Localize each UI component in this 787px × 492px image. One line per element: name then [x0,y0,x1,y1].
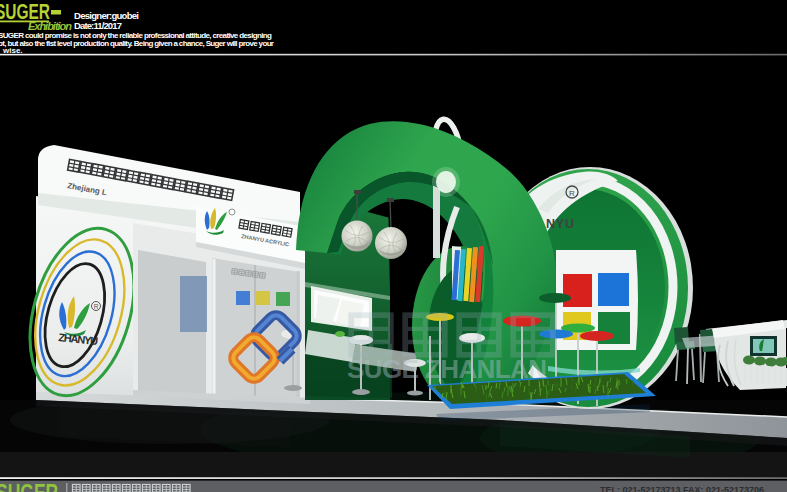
svg-text:Date:11/2017: Date:11/2017 [74,20,122,31]
svg-text:SUGER: SUGER [0,479,58,492]
svg-text:TEL: 021-52173713 FAX: 021-5: TEL: 021-52173713 FAX: 021-52173706 [600,485,764,492]
svg-text:R: R [569,189,575,198]
svg-text:NYU: NYU [546,217,574,231]
svg-text:wise.: wise. [2,46,23,55]
svg-text:ot, but also the fist level pr: ot, but also the fist level production q… [0,39,274,48]
svg-text:R: R [94,303,99,310]
svg-text:SUGE ZHANLAN: SUGE ZHANLAN [347,354,547,384]
